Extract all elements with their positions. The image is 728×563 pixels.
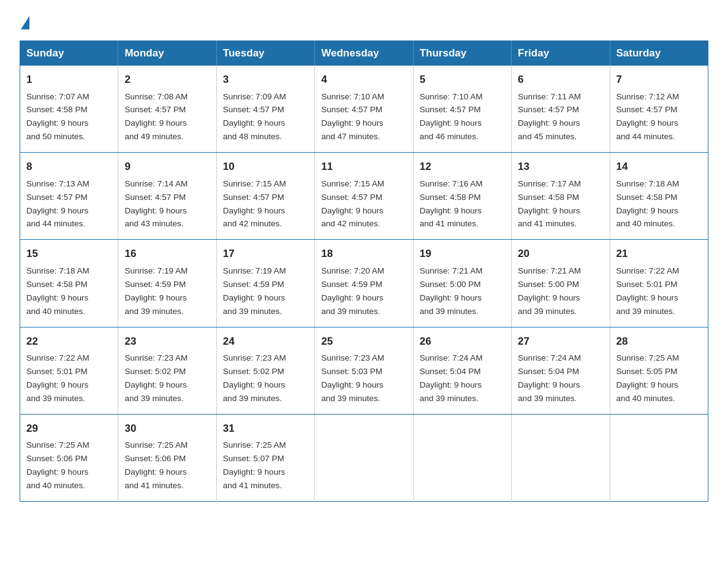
- day-number: 9: [124, 159, 210, 175]
- header-day-monday: Monday: [118, 41, 216, 66]
- day-info: Sunrise: 7:13 AMSunset: 4:57 PMDaylight:…: [26, 179, 89, 229]
- day-info: Sunrise: 7:23 AMSunset: 5:02 PMDaylight:…: [223, 353, 286, 403]
- day-info: Sunrise: 7:24 AMSunset: 5:04 PMDaylight:…: [420, 353, 483, 403]
- day-number: 30: [124, 421, 210, 437]
- day-number: 22: [26, 334, 112, 350]
- day-info: Sunrise: 7:21 AMSunset: 5:00 PMDaylight:…: [518, 266, 581, 316]
- day-number: 17: [223, 246, 308, 262]
- day-number: 13: [518, 159, 603, 175]
- day-number: 12: [420, 159, 505, 175]
- calendar-cell: 15 Sunrise: 7:18 AMSunset: 4:58 PMDaylig…: [20, 240, 118, 327]
- day-number: 3: [223, 72, 308, 88]
- day-info: Sunrise: 7:24 AMSunset: 5:04 PMDaylight:…: [518, 353, 581, 403]
- calendar-cell: 17 Sunrise: 7:19 AMSunset: 4:59 PMDaylig…: [216, 240, 314, 327]
- calendar-cell: 7 Sunrise: 7:12 AMSunset: 4:57 PMDayligh…: [610, 66, 708, 153]
- calendar-cell: 12 Sunrise: 7:16 AMSunset: 4:58 PMDaylig…: [413, 153, 511, 240]
- week-row-2: 8 Sunrise: 7:13 AMSunset: 4:57 PMDayligh…: [20, 153, 708, 240]
- calendar-cell: [315, 414, 413, 501]
- day-number: 16: [124, 246, 210, 262]
- calendar-cell: 8 Sunrise: 7:13 AMSunset: 4:57 PMDayligh…: [20, 153, 118, 240]
- calendar-body: 1 Sunrise: 7:07 AMSunset: 4:58 PMDayligh…: [20, 66, 708, 501]
- day-info: Sunrise: 7:22 AMSunset: 5:01 PMDaylight:…: [616, 266, 680, 316]
- day-number: 6: [518, 72, 603, 88]
- day-info: Sunrise: 7:14 AMSunset: 4:57 PMDaylight:…: [124, 179, 188, 229]
- day-info: Sunrise: 7:11 AMSunset: 4:57 PMDaylight:…: [518, 92, 581, 142]
- day-info: Sunrise: 7:16 AMSunset: 4:58 PMDaylight:…: [420, 179, 483, 229]
- day-info: Sunrise: 7:25 AMSunset: 5:07 PMDaylight:…: [223, 440, 286, 490]
- day-number: 26: [420, 334, 505, 350]
- calendar-cell: 31 Sunrise: 7:25 AMSunset: 5:07 PMDaylig…: [216, 414, 314, 501]
- calendar-cell: 25 Sunrise: 7:23 AMSunset: 5:03 PMDaylig…: [315, 327, 413, 414]
- day-number: 27: [518, 334, 603, 350]
- day-number: 29: [26, 421, 112, 437]
- calendar-cell: [512, 414, 610, 501]
- day-number: 31: [223, 421, 308, 437]
- calendar-header: SundayMondayTuesdayWednesdayThursdayFrid…: [20, 41, 708, 66]
- calendar-cell: 11 Sunrise: 7:15 AMSunset: 4:57 PMDaylig…: [315, 153, 413, 240]
- calendar-cell: 28 Sunrise: 7:25 AMSunset: 5:05 PMDaylig…: [610, 327, 708, 414]
- day-number: 2: [124, 72, 210, 88]
- calendar-cell: 18 Sunrise: 7:20 AMSunset: 4:59 PMDaylig…: [315, 240, 413, 327]
- calendar-cell: 4 Sunrise: 7:10 AMSunset: 4:57 PMDayligh…: [315, 66, 413, 153]
- day-info: Sunrise: 7:17 AMSunset: 4:58 PMDaylight:…: [518, 179, 581, 229]
- day-info: Sunrise: 7:21 AMSunset: 5:00 PMDaylight:…: [420, 266, 483, 316]
- calendar-cell: 22 Sunrise: 7:22 AMSunset: 5:01 PMDaylig…: [20, 327, 118, 414]
- logo-icon: [21, 16, 29, 29]
- day-number: 4: [321, 72, 406, 88]
- day-number: 10: [223, 159, 308, 175]
- calendar-cell: 27 Sunrise: 7:24 AMSunset: 5:04 PMDaylig…: [512, 327, 610, 414]
- day-number: 8: [26, 159, 112, 175]
- calendar-cell: 26 Sunrise: 7:24 AMSunset: 5:04 PMDaylig…: [413, 327, 511, 414]
- calendar-cell: 13 Sunrise: 7:17 AMSunset: 4:58 PMDaylig…: [512, 153, 610, 240]
- day-number: 23: [124, 334, 210, 350]
- week-row-3: 15 Sunrise: 7:18 AMSunset: 4:58 PMDaylig…: [20, 240, 708, 327]
- header-day-sunday: Sunday: [20, 41, 118, 66]
- calendar-cell: 5 Sunrise: 7:10 AMSunset: 4:57 PMDayligh…: [413, 66, 511, 153]
- day-info: Sunrise: 7:20 AMSunset: 4:59 PMDaylight:…: [321, 266, 384, 316]
- day-info: Sunrise: 7:15 AMSunset: 4:57 PMDaylight:…: [223, 179, 286, 229]
- day-number: 5: [420, 72, 505, 88]
- header-row: SundayMondayTuesdayWednesdayThursdayFrid…: [20, 41, 708, 66]
- calendar-cell: 23 Sunrise: 7:23 AMSunset: 5:02 PMDaylig…: [118, 327, 216, 414]
- day-number: 21: [616, 246, 702, 262]
- calendar-cell: 20 Sunrise: 7:21 AMSunset: 5:00 PMDaylig…: [512, 240, 610, 327]
- calendar-cell: 1 Sunrise: 7:07 AMSunset: 4:58 PMDayligh…: [20, 66, 118, 153]
- day-info: Sunrise: 7:08 AMSunset: 4:57 PMDaylight:…: [124, 92, 188, 142]
- week-row-1: 1 Sunrise: 7:07 AMSunset: 4:58 PMDayligh…: [20, 66, 708, 153]
- day-number: 11: [321, 159, 406, 175]
- day-number: 15: [26, 246, 112, 262]
- calendar-cell: 6 Sunrise: 7:11 AMSunset: 4:57 PMDayligh…: [512, 66, 610, 153]
- day-number: 25: [321, 334, 406, 350]
- header: [20, 15, 708, 29]
- day-info: Sunrise: 7:19 AMSunset: 4:59 PMDaylight:…: [223, 266, 286, 316]
- calendar-cell: 16 Sunrise: 7:19 AMSunset: 4:59 PMDaylig…: [118, 240, 216, 327]
- page: SundayMondayTuesdayWednesdayThursdayFrid…: [0, 0, 728, 521]
- day-number: 14: [616, 159, 702, 175]
- day-number: 20: [518, 246, 603, 262]
- calendar-cell: 21 Sunrise: 7:22 AMSunset: 5:01 PMDaylig…: [610, 240, 708, 327]
- day-info: Sunrise: 7:10 AMSunset: 4:57 PMDaylight:…: [420, 92, 483, 142]
- day-info: Sunrise: 7:12 AMSunset: 4:57 PMDaylight:…: [616, 92, 680, 142]
- day-number: 18: [321, 246, 406, 262]
- day-info: Sunrise: 7:18 AMSunset: 4:58 PMDaylight:…: [26, 266, 89, 316]
- day-number: 19: [420, 246, 505, 262]
- header-day-tuesday: Tuesday: [216, 41, 314, 66]
- day-info: Sunrise: 7:09 AMSunset: 4:57 PMDaylight:…: [223, 92, 286, 142]
- calendar-cell: 14 Sunrise: 7:18 AMSunset: 4:58 PMDaylig…: [610, 153, 708, 240]
- day-number: 7: [616, 72, 702, 88]
- calendar-cell: 24 Sunrise: 7:23 AMSunset: 5:02 PMDaylig…: [216, 327, 314, 414]
- calendar-table: SundayMondayTuesdayWednesdayThursdayFrid…: [20, 40, 708, 502]
- calendar-cell: 3 Sunrise: 7:09 AMSunset: 4:57 PMDayligh…: [216, 66, 314, 153]
- calendar-cell: 2 Sunrise: 7:08 AMSunset: 4:57 PMDayligh…: [118, 66, 216, 153]
- day-info: Sunrise: 7:25 AMSunset: 5:05 PMDaylight:…: [616, 353, 680, 403]
- day-info: Sunrise: 7:25 AMSunset: 5:06 PMDaylight:…: [26, 440, 89, 490]
- header-day-saturday: Saturday: [610, 41, 708, 66]
- day-info: Sunrise: 7:18 AMSunset: 4:58 PMDaylight:…: [616, 179, 680, 229]
- day-number: 24: [223, 334, 308, 350]
- day-info: Sunrise: 7:22 AMSunset: 5:01 PMDaylight:…: [26, 353, 89, 403]
- day-info: Sunrise: 7:23 AMSunset: 5:02 PMDaylight:…: [124, 353, 188, 403]
- day-info: Sunrise: 7:23 AMSunset: 5:03 PMDaylight:…: [321, 353, 384, 403]
- day-info: Sunrise: 7:10 AMSunset: 4:57 PMDaylight:…: [321, 92, 384, 142]
- week-row-5: 29 Sunrise: 7:25 AMSunset: 5:06 PMDaylig…: [20, 414, 708, 501]
- header-day-thursday: Thursday: [413, 41, 511, 66]
